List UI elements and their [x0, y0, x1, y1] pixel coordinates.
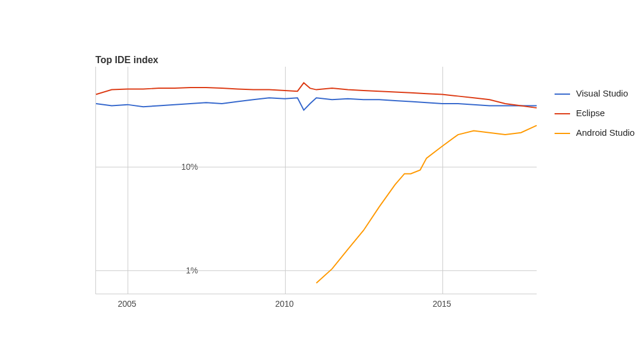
line-visual-studio	[96, 98, 537, 110]
line-android-studio	[317, 126, 537, 284]
legend-label-visual-studio: Visual Studio	[576, 88, 628, 99]
legend-swatch-eclipse	[555, 113, 570, 114]
chart-title: Top IDE index	[95, 55, 158, 66]
x-tick-2010: 2010	[275, 299, 293, 309]
legend-item-android-studio: Android Studio	[555, 127, 638, 139]
chart-lines	[96, 67, 537, 294]
plot-area	[95, 67, 537, 294]
legend: Visual Studio Eclipse Android Studio	[555, 88, 638, 147]
x-tick-2015: 2015	[432, 299, 451, 309]
legend-label-android-studio: Android Studio	[576, 127, 634, 139]
legend-label-eclipse: Eclipse	[576, 108, 605, 119]
legend-swatch-android-studio	[555, 133, 570, 134]
chart-container: Top IDE index 10% 1% 2005 2010 2015 Visu…	[0, 0, 644, 355]
legend-item-eclipse: Eclipse	[555, 108, 638, 119]
legend-swatch-visual-studio	[555, 94, 570, 95]
legend-item-visual-studio: Visual Studio	[555, 88, 638, 99]
x-tick-2005: 2005	[117, 299, 136, 309]
